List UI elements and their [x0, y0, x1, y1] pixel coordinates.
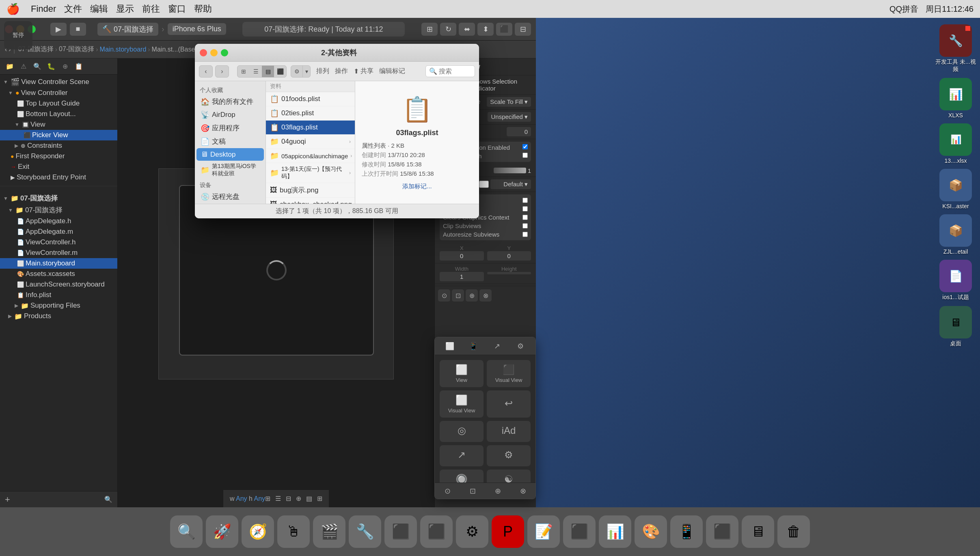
lib-item-gear2[interactable]: ⚙	[487, 445, 531, 466]
layout-toggle-1[interactable]: ⊞	[421, 23, 438, 36]
nav-storyboard-entry[interactable]: ▶ Storyboard Entry Point	[0, 172, 117, 183]
finder-file-03flags[interactable]: 📋 03flags.plist	[266, 121, 355, 135]
finder-share-btn[interactable]: ⬆ 共享	[354, 67, 373, 75]
hidden-checkbox[interactable]	[522, 205, 528, 212]
dock-mouse[interactable]: 🖱	[277, 515, 310, 548]
finder-action-label[interactable]: 操作	[335, 67, 348, 75]
sidebar-item-documents[interactable]: 📄 文稿	[196, 135, 264, 148]
nav-supporting-files[interactable]: ▶ 📁 Supporting Files	[0, 300, 117, 311]
dock-finder[interactable]: 🔍	[170, 515, 203, 548]
nav-view-group[interactable]: ▼ 🔲 View	[0, 119, 117, 130]
sidebar-item-applications[interactable]: 🎯 应用程序	[196, 121, 264, 135]
tag-input[interactable]: 0	[507, 127, 531, 136]
lib-item-radio[interactable]: 🔘	[440, 470, 484, 483]
lib-item-view1[interactable]: ⬜View	[440, 360, 484, 387]
finder-fullscreen-button[interactable]	[221, 49, 228, 56]
lib-icon-view[interactable]: ⬜	[443, 340, 456, 353]
nav-scene-group[interactable]: ▼ 🎬 View Controller Scene	[0, 76, 117, 88]
dock-app4[interactable]: 📱	[670, 515, 703, 548]
dock-trash[interactable]: 🗑	[777, 515, 810, 548]
finder-minimize-button[interactable]	[210, 49, 218, 56]
sidebar-item-course[interactable]: 📁 第13期黑马iOS学科就业班	[196, 161, 264, 179]
lib-item-rotate[interactable]: ↩	[487, 390, 531, 418]
lib-bottom-toggle-3[interactable]: ⊕	[495, 487, 501, 496]
lib-icon-iad[interactable]: 📱	[467, 340, 480, 353]
finder-close-button[interactable]	[200, 49, 207, 56]
nav-filter-button[interactable]: 🔍	[104, 496, 112, 503]
nav-project-group[interactable]: ▼ 📁 07-国旗选择	[0, 204, 117, 216]
nav-first-responder[interactable]: ● First Responder	[0, 151, 117, 162]
nav-icon-breakpoint[interactable]: ⊕	[59, 61, 71, 72]
sidebar-item-airdrop[interactable]: 📡 AirDrop	[196, 108, 264, 121]
nav-file-viewcontrollerm[interactable]: 📄 ViewController.m	[0, 248, 117, 258]
nav-file-assets[interactable]: 🎨 Assets.xcassets	[0, 269, 117, 279]
nav-icon-search[interactable]: 🔍	[32, 61, 43, 72]
desktop-icon-devtools[interactable]: 🔧 开发工具 未...视频	[935, 24, 977, 73]
dock-app2[interactable]: P	[492, 515, 524, 548]
lib-item-arrow2[interactable]: ↗	[440, 445, 484, 466]
nav-constraints[interactable]: ▶ ⊕ Constraints	[0, 140, 117, 151]
zoom-in-btn[interactable]: ⊕	[296, 495, 301, 502]
y-input[interactable]: 0	[487, 251, 531, 261]
finder-file-checkbox-checked[interactable]: 🖼 checkbox_checked.png	[266, 198, 355, 204]
layout-toggle-4[interactable]: ⬍	[477, 23, 494, 36]
dock-terminal2[interactable]: ⬛	[563, 515, 596, 548]
finder-file-01foods[interactable]: 📋 01foods.plist	[266, 92, 355, 106]
finder-list-view-btn[interactable]: ☰	[250, 66, 262, 77]
autoresize-checkbox[interactable]	[522, 231, 528, 238]
dock-launchpad[interactable]: 🚀	[206, 515, 238, 548]
menu-file[interactable]: 文件	[64, 3, 82, 15]
nav-products[interactable]: ▶ 📁 Products	[0, 311, 117, 321]
play-button[interactable]: ▶	[50, 23, 67, 36]
inspector-toggle-2[interactable]: ⊡	[452, 289, 464, 302]
lib-bottom-toggle-1[interactable]: ⊙	[445, 487, 451, 496]
grid-view-btn[interactable]: ⊞	[265, 495, 270, 502]
finder-sort-label[interactable]: 排列	[316, 67, 329, 75]
inspector-toggle-4[interactable]: ⊗	[479, 289, 492, 302]
layout-toggle-3[interactable]: ⬌	[459, 23, 475, 36]
dock-slides[interactable]: 📊	[599, 515, 631, 548]
menu-view[interactable]: 显示	[116, 3, 134, 15]
dock-notes[interactable]: 📝	[527, 515, 560, 548]
desktop-icon-xlsx2[interactable]: 📊 13....xlsx	[935, 123, 977, 164]
width-input[interactable]: 1	[440, 272, 484, 281]
nav-add-button[interactable]: +	[5, 494, 10, 505]
lib-bottom-toggle-4[interactable]: ⊗	[520, 487, 526, 496]
detail-add-tag-link[interactable]: 添加标记...	[402, 183, 432, 190]
finder-tag-btn[interactable]: 编辑标记	[379, 67, 405, 75]
nav-icon-warning[interactable]: ⚠	[18, 61, 29, 72]
finder-column-view-btn[interactable]: ▤	[262, 66, 274, 77]
lib-icon-gear[interactable]: ⚙	[514, 340, 527, 353]
nav-icon-folder[interactable]: 📁	[4, 61, 15, 72]
lib-icon-arrow[interactable]: ↗	[490, 340, 503, 353]
dock-tools[interactable]: 🔧	[349, 515, 381, 548]
finder-icon-view-btn[interactable]: ⊞	[237, 66, 250, 77]
nav-root-group[interactable]: ▼ 📁 07-国旗选择	[0, 192, 117, 204]
finder-search-input[interactable]	[439, 68, 471, 75]
x-input[interactable]: 0	[440, 251, 484, 261]
stop-button[interactable]: ■	[70, 23, 86, 36]
nav-file-mainstoryboard[interactable]: ⬜ Main.storyboard	[0, 258, 117, 269]
desktop-icon-desktop[interactable]: 🖥 桌面	[935, 306, 977, 347]
nav-bottom-layout[interactable]: ⬜ Bottom Layout...	[0, 109, 117, 119]
content-mode-select[interactable]: Scale To Fill ▾	[487, 97, 531, 107]
nav-file-infoplist[interactable]: 📋 Info.plist	[0, 290, 117, 300]
list-view-btn[interactable]: ☰	[275, 495, 281, 502]
height-input[interactable]	[487, 272, 531, 274]
desktop-icon-ios[interactable]: 📄 ios1...试题	[935, 260, 977, 301]
sidebar-item-all-files[interactable]: 🏠 我的所有文件	[196, 95, 264, 108]
clears-graphics-checkbox[interactable]	[522, 214, 528, 221]
lib-item-view2[interactable]: ⬛Visual View	[487, 360, 531, 387]
menu-window[interactable]: 窗口	[168, 3, 186, 15]
background-select[interactable]: Default ▾	[490, 179, 531, 189]
inspector-toggle-3[interactable]: ⊕	[466, 289, 478, 302]
opaque-checkbox[interactable]	[522, 197, 528, 204]
finder-file-05appicon[interactable]: 📁 05appicon&launchimage ›	[266, 149, 355, 163]
breadcrumb-4[interactable]: Main.st...(Base)	[152, 46, 197, 53]
desktop-icon-xlsx[interactable]: 📊 XLXS	[935, 78, 977, 119]
sidebar-item-remote-disc[interactable]: 💿 远程光盘	[196, 190, 264, 203]
finder-file-02ties[interactable]: 📋 02ties.plist	[266, 106, 355, 121]
alpha-slider[interactable]	[494, 168, 526, 173]
dock-safari[interactable]: 🧭	[242, 515, 274, 548]
desktop-icon-ksi[interactable]: 📦 KSI...aster	[935, 169, 977, 209]
